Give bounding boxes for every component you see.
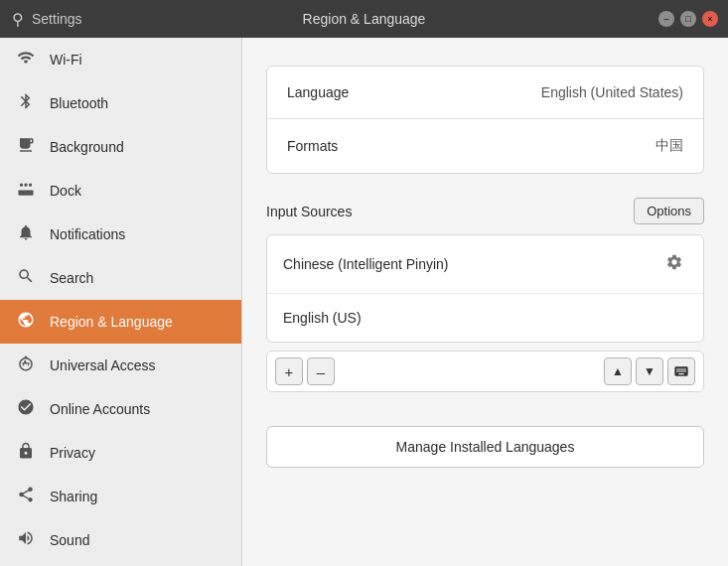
wifi-icon xyxy=(16,49,36,71)
sidebar-item-online-accounts[interactable]: Online Accounts xyxy=(0,387,241,431)
input-sources-header: Input Sources Options xyxy=(266,198,704,224)
region-icon xyxy=(16,311,36,333)
titlebar-left: ⚲ Settings xyxy=(12,10,82,29)
bluetooth-icon xyxy=(16,92,36,114)
sidebar-item-privacy[interactable]: Privacy xyxy=(0,431,241,475)
manage-languages-button[interactable]: Manage Installed Languages xyxy=(266,426,704,468)
sidebar-item-power[interactable]: Power xyxy=(0,562,241,566)
sound-icon xyxy=(16,529,36,551)
add-source-button[interactable]: + xyxy=(275,357,303,385)
sidebar-label-online-accounts: Online Accounts xyxy=(50,401,150,417)
sidebar-item-background[interactable]: Background xyxy=(0,125,241,169)
language-label: Language xyxy=(287,84,349,100)
options-button[interactable]: Options xyxy=(634,198,704,224)
search-icon-titlebar: ⚲ xyxy=(12,10,24,29)
language-row: Language English (United States) xyxy=(267,67,703,119)
language-value: English (United States) xyxy=(541,84,683,100)
window-controls: – □ × xyxy=(658,11,718,27)
search-icon xyxy=(16,267,36,289)
sidebar-label-dock: Dock xyxy=(50,183,81,199)
sidebar-item-sharing[interactable]: Sharing xyxy=(0,475,241,518)
settings-title: Settings xyxy=(32,11,82,27)
sidebar-item-region[interactable]: Region & Language xyxy=(0,300,241,344)
sidebar-label-background: Background xyxy=(50,139,124,155)
sidebar-label-sharing: Sharing xyxy=(50,489,97,504)
formats-value: 中国 xyxy=(655,137,683,155)
minimize-button[interactable]: – xyxy=(658,11,674,27)
sharing-icon xyxy=(16,486,36,507)
toolbar-add-remove: + – xyxy=(275,357,335,385)
sidebar-item-search[interactable]: Search xyxy=(0,256,241,300)
close-button[interactable]: × xyxy=(702,11,718,27)
main-layout: Wi-Fi Bluetooth Background Dock xyxy=(0,38,728,566)
notifications-icon xyxy=(16,223,36,245)
source-label-chinese: Chinese (Intelligent Pinyin) xyxy=(283,256,449,272)
window-title: Region & Language xyxy=(303,11,426,27)
source-row-english: English (US) xyxy=(267,294,703,342)
remove-source-button[interactable]: – xyxy=(307,357,335,385)
source-label-english: English (US) xyxy=(283,310,362,326)
sources-list-card: Chinese (Intelligent Pinyin) English (US… xyxy=(266,234,704,343)
formats-row: Formats 中国 xyxy=(267,119,703,173)
sources-toolbar-card: + – ▲ ▼ xyxy=(266,351,704,392)
sidebar-item-bluetooth[interactable]: Bluetooth xyxy=(0,81,241,125)
keyboard-layout-button[interactable] xyxy=(667,357,695,385)
sidebar-label-bluetooth: Bluetooth xyxy=(50,95,108,111)
sidebar-label-universal: Universal Access xyxy=(50,357,156,373)
sidebar-label-sound: Sound xyxy=(50,532,89,548)
privacy-icon xyxy=(16,442,36,464)
gear-button-chinese[interactable] xyxy=(661,249,687,279)
language-formats-card: Language English (United States) Formats… xyxy=(266,66,704,174)
sidebar-item-wifi[interactable]: Wi-Fi xyxy=(0,38,241,81)
formats-label: Formats xyxy=(287,138,338,154)
sidebar-item-universal[interactable]: Universal Access xyxy=(0,344,241,387)
sidebar-label-wifi: Wi-Fi xyxy=(50,52,82,68)
move-up-button[interactable]: ▲ xyxy=(604,357,632,385)
background-icon xyxy=(16,136,36,158)
sidebar-label-search: Search xyxy=(50,270,93,286)
sidebar: Wi-Fi Bluetooth Background Dock xyxy=(0,38,242,566)
maximize-button[interactable]: □ xyxy=(680,11,696,27)
content-area: Language English (United States) Formats… xyxy=(242,38,728,566)
sidebar-item-sound[interactable]: Sound xyxy=(0,518,241,562)
universal-access-icon xyxy=(16,354,36,376)
sidebar-label-privacy: Privacy xyxy=(50,445,95,461)
sidebar-label-notifications: Notifications xyxy=(50,226,125,242)
svg-rect-1 xyxy=(20,184,23,187)
source-row-chinese: Chinese (Intelligent Pinyin) xyxy=(267,235,703,294)
titlebar: ⚲ Settings Region & Language – □ × xyxy=(0,0,728,38)
input-sources-title: Input Sources xyxy=(266,204,352,219)
sidebar-item-notifications[interactable]: Notifications xyxy=(0,212,241,256)
sidebar-label-region: Region & Language xyxy=(50,314,173,330)
sources-toolbar: + – ▲ ▼ xyxy=(267,352,703,391)
svg-rect-3 xyxy=(29,184,32,187)
svg-rect-2 xyxy=(25,184,28,187)
toolbar-arrows: ▲ ▼ xyxy=(604,357,695,385)
sidebar-item-dock[interactable]: Dock xyxy=(0,169,241,212)
move-down-button[interactable]: ▼ xyxy=(636,357,663,385)
svg-rect-0 xyxy=(19,191,34,196)
dock-icon xyxy=(16,180,36,202)
online-accounts-icon xyxy=(16,398,36,420)
